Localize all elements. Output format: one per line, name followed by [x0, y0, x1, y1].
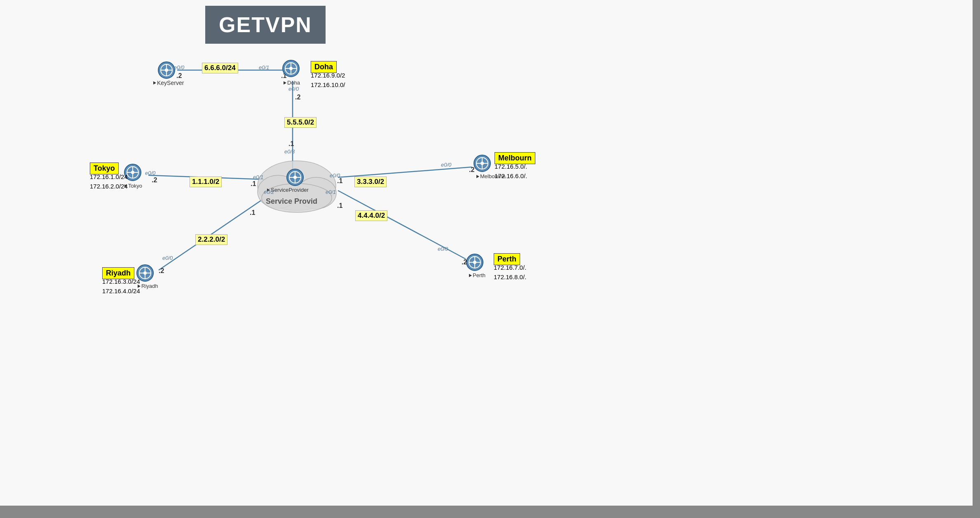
svg-line-3 — [338, 167, 472, 177]
svg-point-19 — [289, 67, 293, 70]
perth-device-name: Perth — [469, 272, 485, 278]
tokyo-info: 172.16.1.0/24 172.16.2.0/24 — [90, 172, 128, 191]
network-111: 1.1.1.0/2 — [190, 177, 222, 187]
sp-e02-interface: e0/2 — [264, 189, 274, 195]
sp-mel-dot1: .1 — [337, 177, 342, 185]
perth-e00: e0/0 — [438, 246, 448, 252]
right-bar — [973, 0, 980, 518]
svg-line-4 — [159, 193, 272, 270]
sp-north-dot1: .1 — [288, 140, 294, 148]
doha-info: 172.16.9.0/2 172.16.10.0/ — [311, 71, 345, 89]
melbourne-e00: e0/0 — [441, 162, 451, 168]
sp-tokyo-dot1: .1 — [251, 180, 256, 188]
riyadh-device-name: Riyadh — [138, 283, 158, 289]
tokyo-device-name: Tokyo — [124, 183, 142, 189]
sp-e03-interface: e0/3 — [284, 148, 295, 155]
svg-point-39 — [143, 271, 147, 275]
network-diagram — [0, 0, 980, 518]
svg-point-29 — [131, 171, 134, 174]
doha-e00-interface: e0/0 — [288, 86, 299, 92]
doha-device-name: Doha — [284, 80, 300, 86]
svg-point-44 — [473, 261, 476, 264]
riyadh-dot2: .2 — [159, 267, 164, 275]
doha-router — [282, 59, 300, 79]
network-333: 3.3.3.0/2 — [354, 177, 387, 187]
ks-interface-e00: e0/0 — [174, 64, 184, 71]
sp-e0-1-interface: e0/1 — [326, 189, 336, 195]
tokyo-dot2: .2 — [152, 177, 157, 184]
riyadh-e00: e0/0 — [162, 255, 173, 261]
melbourne-dot2: .2 — [469, 166, 474, 174]
ks-dot2: .2 — [176, 72, 182, 80]
sp-router — [286, 168, 304, 188]
perth-dot2: .2 — [462, 259, 467, 266]
network-555: 5.5.5.0/2 — [284, 117, 317, 128]
network-444: 4.4.4.0/2 — [355, 210, 387, 221]
ks-interface-e01: e0/1 — [259, 64, 269, 71]
perth-info: 172.16.7.0/. 172.16.8.0/. — [494, 263, 526, 282]
network-222: 2.2.2.0/2 — [195, 234, 227, 245]
svg-point-34 — [481, 162, 484, 165]
sp-riyadh-dot1: .1 — [250, 209, 255, 217]
svg-point-14 — [165, 68, 168, 72]
keyserver-name: KeyServer — [153, 80, 184, 86]
melbourne-device-name: Melbourne — [476, 173, 505, 179]
keyserver-router — [157, 61, 176, 81]
bottom-bar — [0, 506, 980, 518]
perth-router — [466, 253, 484, 273]
tokyo-e00: e0/0 — [145, 170, 155, 176]
svg-point-24 — [293, 176, 297, 179]
sp-e01-interface: e0/1 — [253, 174, 263, 180]
doha-dot2-down: .2 — [295, 94, 300, 101]
network-666: 6.6.6.0/24 — [202, 63, 238, 73]
riyadh-info: 172.16.3.0/24 172.16.4.0/24 — [102, 277, 140, 296]
sp-cloud-label: Service Provid — [266, 197, 317, 206]
sp-perth-dot1: .1 — [337, 202, 342, 210]
melbourne-router — [473, 154, 491, 174]
